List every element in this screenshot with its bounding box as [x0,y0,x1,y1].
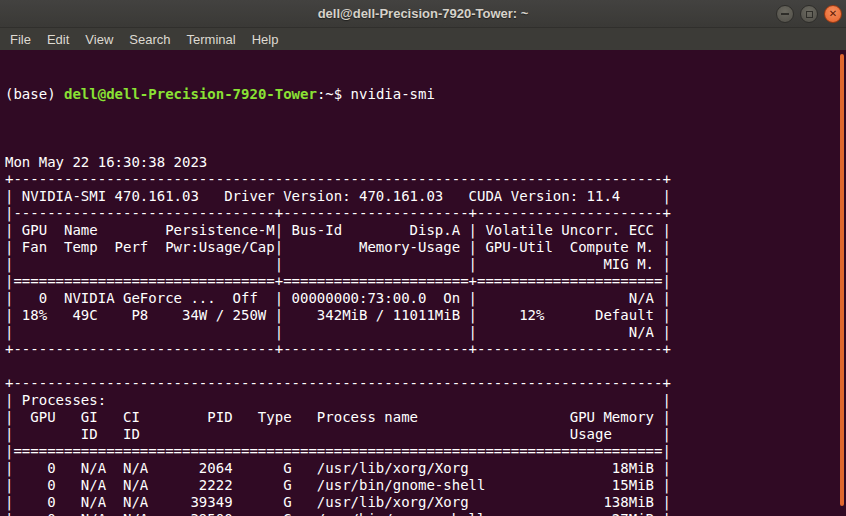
prompt-env: (base) [5,86,64,102]
menu-edit[interactable]: Edit [39,30,77,49]
prompt-line-command: (base) dell@dell-Precision-7920-Tower:~$… [5,86,846,103]
scrollbar[interactable] [840,54,844,506]
menu-view[interactable]: View [77,30,121,49]
minimize-button[interactable] [776,5,794,23]
close-button[interactable]: ✕ [824,5,842,23]
terminal-screen[interactable]: (base) dell@dell-Precision-7920-Tower:~$… [0,50,846,516]
minimize-icon [781,13,789,15]
menu-help[interactable]: Help [244,30,287,49]
window-title: dell@dell-Precision-7920-Tower: ~ [318,6,529,21]
menu-bar: File Edit View Search Terminal Help [0,28,846,50]
maximize-button[interactable] [800,5,818,23]
close-icon: ✕ [829,9,837,19]
typed-command: nvidia-smi [342,86,435,102]
window-controls: ✕ [776,0,842,28]
menu-terminal[interactable]: Terminal [179,30,244,49]
maximize-icon [806,11,813,18]
prompt-user-host: dell@dell-Precision-7920-Tower [64,86,317,102]
menu-file[interactable]: File [2,30,39,49]
menu-search[interactable]: Search [121,30,178,49]
prompt-path: :~$ [317,86,342,102]
titlebar[interactable]: dell@dell-Precision-7920-Tower: ~ ✕ [0,0,846,28]
terminal-window: dell@dell-Precision-7920-Tower: ~ ✕ File… [0,0,846,516]
nvidia-smi-output: Mon May 22 16:30:38 2023 +--------------… [5,154,846,516]
